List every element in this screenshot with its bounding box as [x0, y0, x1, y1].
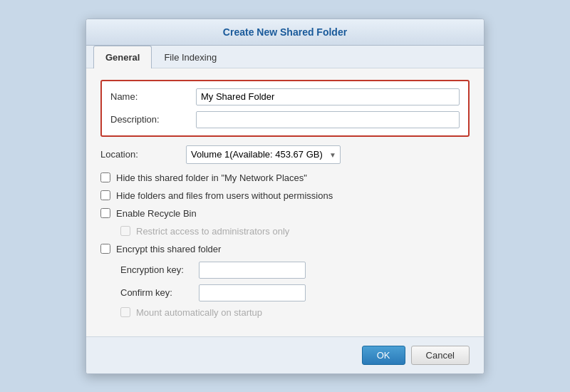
- tab-file-indexing[interactable]: File Indexing: [152, 46, 229, 68]
- hide-shared-row: Hide this shared folder in "My Network P…: [100, 172, 470, 183]
- encryption-key-label: Encryption key:: [120, 264, 199, 275]
- hide-folders-checkbox[interactable]: [100, 190, 110, 200]
- hide-shared-checkbox[interactable]: [100, 172, 110, 182]
- confirm-key-label: Confirm key:: [120, 287, 199, 298]
- name-input[interactable]: [196, 88, 460, 105]
- encryption-key-input[interactable]: [199, 262, 306, 279]
- encryption-key-row: Encryption key:: [100, 262, 470, 279]
- mount-auto-checkbox[interactable]: [120, 307, 130, 317]
- ok-button[interactable]: OK: [362, 346, 405, 365]
- location-select-wrapper: Volume 1(Available: 453.67 GB): [186, 145, 341, 164]
- dialog-body: Name: Description: Location: Volume 1(Av…: [86, 68, 484, 336]
- encrypt-row: Encrypt this shared folder: [100, 244, 470, 254]
- location-select[interactable]: Volume 1(Available: 453.67 GB): [186, 145, 341, 164]
- name-row: Name:: [110, 88, 460, 105]
- confirm-key-row: Confirm key:: [100, 284, 470, 301]
- create-shared-folder-dialog: Create New Shared Folder General File In…: [86, 19, 484, 374]
- cancel-button[interactable]: Cancel: [411, 346, 470, 365]
- encrypt-checkbox[interactable]: [100, 244, 110, 254]
- restrict-access-label: Restrict access to administrators only: [136, 226, 289, 237]
- location-row: Location: Volume 1(Available: 453.67 GB): [100, 145, 470, 164]
- location-label: Location:: [100, 149, 186, 160]
- hide-folders-label: Hide folders and files from users withou…: [116, 190, 333, 201]
- tab-bar: General File Indexing: [86, 46, 484, 68]
- description-label: Description:: [110, 114, 196, 125]
- encrypt-label: Encrypt this shared folder: [116, 244, 221, 254]
- confirm-key-input[interactable]: [199, 284, 306, 301]
- dialog-title: Create New Shared Folder: [86, 19, 484, 46]
- mount-auto-row: Mount automatically on startup: [100, 307, 470, 318]
- enable-recycle-label: Enable Recycle Bin: [116, 208, 197, 219]
- enable-recycle-checkbox[interactable]: [100, 208, 110, 218]
- restrict-access-row: Restrict access to administrators only: [100, 226, 470, 237]
- tab-general[interactable]: General: [93, 46, 152, 68]
- hide-folders-row: Hide folders and files from users withou…: [100, 190, 470, 201]
- description-row: Description:: [110, 111, 460, 128]
- name-label: Name:: [110, 91, 196, 102]
- restrict-access-checkbox[interactable]: [120, 226, 130, 236]
- hide-shared-label: Hide this shared folder in "My Network P…: [116, 172, 307, 183]
- checkboxes-section: Hide this shared folder in "My Network P…: [100, 172, 470, 318]
- enable-recycle-row: Enable Recycle Bin: [100, 208, 470, 219]
- name-description-section: Name: Description:: [100, 80, 470, 137]
- dialog-footer: OK Cancel: [86, 336, 484, 373]
- description-input[interactable]: [196, 111, 460, 128]
- mount-auto-label: Mount automatically on startup: [136, 307, 262, 318]
